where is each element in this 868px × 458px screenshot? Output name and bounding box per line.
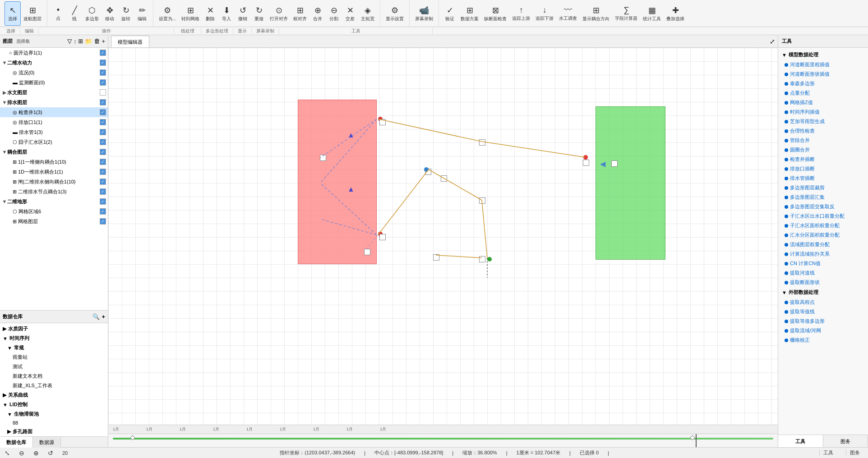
- timeline-playhead[interactable]: [696, 434, 697, 447]
- layer-item[interactable]: ▶ 水文图层: [0, 87, 108, 97]
- data-item-rain-station[interactable]: 雨量站: [1, 353, 107, 362]
- layer-item[interactable]: ⊞ 网格图层: [0, 216, 108, 226]
- add-select-button[interactable]: ✚ 叠加选择: [664, 1, 687, 26]
- data-item-new-text[interactable]: 新建文本文档: [1, 371, 107, 381]
- data-lib-search-icon[interactable]: 🔍: [92, 313, 100, 320]
- node-handle-2[interactable]: [379, 119, 386, 125]
- right-item-extract-river[interactable]: 提取河道线: [778, 268, 868, 278]
- layer-toggle[interactable]: ▼: [2, 148, 7, 156]
- node-red-3[interactable]: [583, 155, 588, 160]
- right-item-grid-z[interactable]: 网格插Z值: [778, 98, 868, 107]
- trace-up-button[interactable]: ↑ 追踪上游: [509, 1, 533, 26]
- right-panel-tab-tools[interactable]: 工具: [819, 449, 837, 456]
- node-handle-12[interactable]: [611, 160, 618, 167]
- layer-toggle[interactable]: ▶: [2, 88, 7, 96]
- set-device-button[interactable]: ⚙ 设置为...: [156, 1, 179, 26]
- layer-item[interactable]: ▼ 二维地形: [0, 197, 108, 206]
- right-item-extract-contour[interactable]: 提取等值线: [778, 307, 868, 316]
- polygon-button[interactable]: ⬡ 多边形: [83, 1, 102, 26]
- right-item-rationality[interactable]: 合理性检查: [778, 126, 868, 136]
- green-shape[interactable]: [596, 106, 665, 260]
- redo-button[interactable]: ↻ 重做: [251, 1, 267, 26]
- right-panel-tab-map[interactable]: 图务: [846, 449, 863, 456]
- layer-checkbox[interactable]: [100, 60, 106, 66]
- select-button[interactable]: ↖ 选择: [5, 1, 21, 26]
- layer-checkbox[interactable]: [100, 159, 106, 165]
- layer-checkbox[interactable]: [100, 109, 106, 115]
- canvas-area[interactable]: ▲ ▲ ◀: [108, 48, 778, 425]
- right-item-extract-basin[interactable]: 提取流域/河网: [778, 326, 868, 335]
- right-item-river-cross-interp[interactable]: 河道断面里程插值: [778, 60, 868, 69]
- tab-data-source[interactable]: 数据源: [33, 437, 61, 448]
- canvas-expand-icon[interactable]: ⤢: [770, 38, 775, 45]
- node-handle-8[interactable]: [479, 256, 485, 262]
- node-handle-5[interactable]: [583, 160, 589, 166]
- tab-data-warehouse[interactable]: 数据仓库: [0, 437, 33, 448]
- data-group-curve[interactable]: ▶ 关系曲线: [1, 390, 107, 400]
- right-item-point-dist[interactable]: 点量分配: [778, 88, 868, 98]
- split-button[interactable]: ⊖ 分割: [326, 1, 342, 26]
- layer-folder-icon[interactable]: 📁: [85, 38, 92, 45]
- layer-item[interactable]: ⊞ 闸|二维排水侧向耦合1(10): [0, 177, 108, 187]
- node-handle-11[interactable]: [433, 254, 439, 261]
- right-item-polygon-collect[interactable]: 多边形图层汇集: [778, 192, 868, 202]
- layer-checkbox[interactable]: [100, 188, 106, 195]
- right-item-thiessen[interactable]: 泰森多边形: [778, 79, 868, 88]
- canvas-tab-model-editor[interactable]: 模型编辑器: [111, 36, 149, 47]
- layer-item[interactable]: ▼ 排水图层: [0, 97, 108, 107]
- display-combine-button[interactable]: ⊞ 显示耦合方向: [580, 1, 612, 26]
- node-handle-4[interactable]: [364, 249, 370, 255]
- right-tab-map[interactable]: 图务: [823, 435, 868, 447]
- right-item-time-series[interactable]: 时间序列插值: [778, 107, 868, 117]
- layer-toggle[interactable]: ▼: [2, 197, 7, 206]
- data-group-lid[interactable]: ▼ LID控制: [1, 400, 107, 409]
- data-group-water-quality[interactable]: ▶ 水质因子: [1, 324, 107, 334]
- right-item-outfall-cut[interactable]: 排放口插断: [778, 164, 868, 174]
- calc-field-button[interactable]: ∑ 字段计算器: [612, 1, 640, 26]
- data-lib-add-icon[interactable]: +: [102, 313, 105, 320]
- layer-item-selected[interactable]: ◎ 检查井1(3): [0, 107, 108, 117]
- node-handle-7[interactable]: [479, 197, 485, 204]
- layer-sort-icon[interactable]: ↕: [74, 38, 77, 45]
- layer-checkbox[interactable]: [100, 69, 106, 76]
- right-item-extract-contour-polygon[interactable]: 提取等值多边形: [778, 316, 868, 326]
- snap-button[interactable]: ⊙ 打开对齐: [267, 1, 291, 26]
- layer-item[interactable]: ○ 圆开边界1(1): [0, 48, 108, 58]
- canvas-zoom-out-icon[interactable]: ⊖: [19, 449, 24, 457]
- layer-item[interactable]: ▼ 二维水动力: [0, 58, 108, 68]
- node-handle-10[interactable]: [441, 175, 447, 182]
- layer-item[interactable]: ⬡ 网格区域6: [0, 206, 108, 216]
- layer-checkbox[interactable]: [100, 99, 106, 105]
- layer-expand-icon[interactable]: ⊞: [78, 38, 83, 45]
- layer-item[interactable]: ⊞ 1D一维排水耦合1(1): [0, 167, 108, 177]
- main-widen-button[interactable]: ◈ 主拓宽: [358, 1, 377, 26]
- node-handle-6[interactable]: [479, 139, 485, 146]
- data-group-bio[interactable]: ▼ 生物滞留池: [1, 409, 107, 419]
- right-item-dem-correct[interactable]: 栅格校正: [778, 335, 868, 345]
- canvas-fit-icon[interactable]: ⤡: [5, 449, 10, 457]
- layer-item[interactable]: ▼ 耦合图层: [0, 147, 108, 157]
- data-group-time-series[interactable]: ▼ 时间序列: [1, 334, 107, 343]
- data-item-new-xls[interactable]: 新建_XLS_工作表: [1, 381, 107, 390]
- water-adjust-button[interactable]: 〰 水工调查: [556, 1, 580, 26]
- section-external-data[interactable]: ▼ 外部数据处理: [778, 287, 868, 298]
- red-shape[interactable]: [298, 100, 377, 264]
- navigate-layer-button[interactable]: ⊞ 迷航图层: [21, 1, 44, 26]
- layer-filter-icon[interactable]: ▽: [67, 38, 72, 45]
- screen-record-button[interactable]: 📹 屏幕录制: [412, 1, 436, 26]
- right-item-basin-polygon[interactable]: 流域图层权量分配: [778, 240, 868, 249]
- layer-checkbox[interactable]: [100, 89, 106, 96]
- layer-checkbox[interactable]: [100, 218, 106, 224]
- layer-checkbox[interactable]: [100, 119, 106, 125]
- to-grid-button[interactable]: ⊞ 转到网格: [179, 1, 202, 26]
- delete-button[interactable]: ✕ 删除: [202, 1, 218, 26]
- layer-checkbox[interactable]: [100, 79, 106, 86]
- right-item-polygon-intersect[interactable]: 多边形图层交集取反: [778, 202, 868, 211]
- frame-align-button[interactable]: ⊞ 框对齐: [291, 1, 309, 26]
- stats-tool-button[interactable]: ▦ 统计工具: [640, 1, 664, 26]
- layer-checkbox[interactable]: [100, 139, 106, 145]
- right-item-pipe-cut[interactable]: 排水管插断: [778, 174, 868, 183]
- right-item-cn-calc[interactable]: CN 计算CN值: [778, 259, 868, 268]
- import-button[interactable]: ⬇ 导入: [218, 1, 235, 26]
- layer-item[interactable]: ◎ 流况(0): [0, 68, 108, 78]
